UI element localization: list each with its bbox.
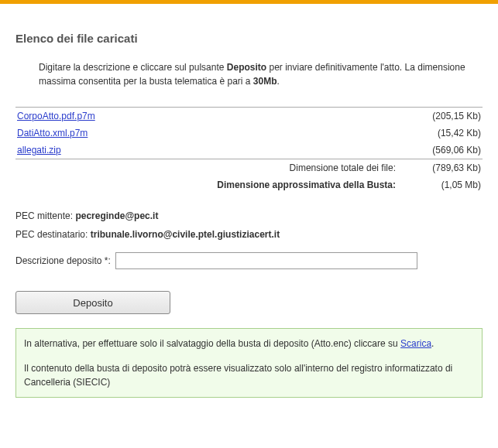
file-link[interactable]: DatiAtto.xml.p7m [17, 128, 88, 139]
description-row: Descrizione deposito *: [15, 252, 483, 269]
file-row: DatiAtto.xml.p7m (15,42 Kb) [15, 125, 483, 142]
file-link[interactable]: CorpoAtto.pdf.p7m [17, 111, 95, 121]
altbox-p1: In alternativa, per effettuare solo il s… [24, 337, 474, 351]
description-input[interactable] [115, 252, 417, 269]
page-container: Elenco dei file caricati Digitare la des… [0, 4, 498, 413]
deposito-button[interactable]: Deposito [15, 291, 170, 314]
pec-sender-row: PEC mittente: pecreginde@pec.it [15, 210, 483, 221]
file-size: (15,42 Kb) [301, 125, 483, 142]
intro-bold-size: 30Mb [253, 76, 277, 87]
file-row: allegati.zip (569,06 Kb) [15, 142, 483, 159]
pec-recipient-value: tribunale.livorno@civile.ptel.giustiziac… [91, 229, 280, 240]
pec-recipient-row: PEC destinatario: tribunale.livorno@civi… [15, 229, 483, 240]
total-envelope-label: Dimensione approssimativa della Busta: [15, 176, 397, 193]
pec-sender-value: pecreginde@pec.it [75, 210, 158, 221]
totals-table: Dimensione totale dei file: (789,63 Kb) … [15, 159, 483, 193]
pec-recipient-label: PEC destinatario: [15, 229, 91, 240]
total-files-value: (789,63 Kb) [397, 159, 483, 176]
altbox-text: In alternativa, per effettuare solo il s… [24, 338, 400, 349]
total-envelope-value: (1,05 Mb) [397, 176, 483, 193]
altbox-p2: Il contenuto della busta di deposito pot… [24, 361, 474, 389]
altbox-text: . [431, 338, 434, 349]
file-size: (205,15 Kb) [301, 108, 483, 125]
intro-text: Digitare la descrizione e cliccare sul p… [39, 60, 483, 88]
file-link[interactable]: allegati.zip [17, 145, 61, 156]
description-label: Descrizione deposito *: [15, 255, 111, 266]
alternative-box: In alternativa, per effettuare solo il s… [15, 328, 483, 398]
scarica-link[interactable]: Scarica [400, 338, 431, 349]
file-size: (569,06 Kb) [301, 142, 483, 159]
file-list: CorpoAtto.pdf.p7m (205,15 Kb) DatiAtto.x… [15, 107, 483, 159]
page-title: Elenco dei file caricati [15, 32, 483, 45]
intro-fragment: Digitare la descrizione e cliccare sul p… [39, 62, 227, 73]
pec-sender-label: PEC mittente: [15, 210, 75, 221]
intro-bold-deposito: Deposito [227, 62, 266, 73]
file-row: CorpoAtto.pdf.p7m (205,15 Kb) [15, 108, 483, 125]
intro-fragment: . [277, 76, 280, 87]
total-files-label: Dimensione totale dei file: [15, 159, 397, 176]
